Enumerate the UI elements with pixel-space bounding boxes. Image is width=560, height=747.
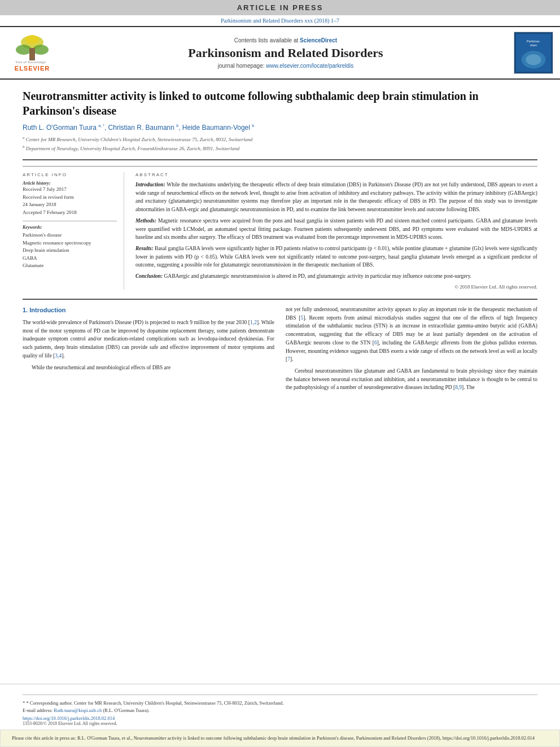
copyright-line: © 2018 Elsevier Ltd. All rights reserved… (135, 284, 537, 290)
journal-homepage: journal homepage: www.elsevier.com/locat… (64, 63, 507, 69)
revised-date: 24 January 2018 (23, 202, 56, 207)
corresponding-note: * * Corresponding author. Center for MR … (23, 700, 537, 707)
affiliation-b: Department of Neurology, University Hosp… (26, 146, 239, 151)
article-info-label: ARTICLE INFO (23, 172, 117, 177)
intro-label: Introduction: (135, 182, 165, 187)
affiliations: a Center for MR Research, University Chi… (23, 135, 537, 152)
intro-heading: 1. Introduction (23, 305, 274, 315)
sciencedirect-link[interactable]: ScienceDirect (300, 37, 337, 43)
email-note: E-mail address: Ruth.tuura@kispi.uzh.ch … (23, 707, 537, 714)
homepage-link[interactable]: www.elsevier.com/locate/parkreldis (266, 63, 353, 69)
conclusion-label: Conclusion: (135, 273, 163, 279)
abstract-column: ABSTRACT Introduction: While the mechani… (135, 172, 537, 290)
article-info-column: ARTICLE INFO Article history: Received 7… (23, 172, 124, 290)
banner-text: ARTICLE IN PRESS (237, 3, 323, 12)
abstract-methods: Methods: Magnetic resonance spectra were… (135, 217, 537, 242)
results-label: Results: (135, 246, 154, 251)
intro-para3: not yet fully understood, neurotransmitt… (286, 305, 537, 364)
elsevier-logo: Tree of Knowledge ELSEVIER (7, 34, 58, 72)
history-content: Received 7 July 2017 Received in revised… (23, 186, 117, 216)
affiliation-a: Center for MR Research, University Child… (26, 137, 253, 142)
header-center: Contents lists available at ScienceDirec… (64, 37, 507, 69)
body-col-right: not yet fully understood, neurotransmitt… (286, 305, 537, 395)
journal-title: Parkinsonism and Related Disorders (64, 46, 507, 60)
abstract-label: ABSTRACT (135, 172, 537, 177)
body-col-left: 1. Introduction The world-wide prevalenc… (23, 305, 274, 395)
journal-ref-text: Parkinsonism and Related Disorders xxx (… (221, 18, 339, 24)
homepage-prefix: journal homepage: (218, 63, 266, 69)
svg-point-4 (25, 35, 39, 44)
email-label: E-mail address: (23, 707, 53, 713)
elsevier-text: ELSEVIER (15, 65, 50, 72)
authors-line: Ruth L. O'Gorman Tuura a, *, Christian R… (23, 124, 537, 132)
journal-header: Tree of Knowledge ELSEVIER Contents list… (0, 26, 560, 80)
methods-text: Magnetic resonance spectra were acquired… (135, 218, 537, 240)
intro-para1: The world-wide prevalence of Parkinson's… (23, 318, 274, 360)
revised-label: Received in revised form (23, 194, 74, 200)
intro-text: While the mechanisms underlying the ther… (135, 182, 537, 212)
aip-banner: ARTICLE IN PRESS (0, 0, 560, 15)
email-suffix: (R.L. O'Gorman Tuura). (103, 707, 150, 713)
elsevier-tree-icon: Tree of Knowledge (12, 34, 52, 65)
header-divider (23, 159, 537, 160)
abstract-conclusion: Conclusion: GABAergic and glutamatergic … (135, 272, 537, 281)
footnotes-area: * * Corresponding author. Center for MR … (0, 684, 560, 730)
svg-text:nism: nism (530, 43, 537, 47)
svg-point-11 (526, 54, 541, 65)
corresponding-text: * Corresponding author. Center for MR Re… (26, 700, 283, 706)
citation-bar: Please cite this article in press as: R.… (0, 729, 560, 747)
sciencedirect-line: Contents lists available at ScienceDirec… (64, 37, 507, 43)
svg-point-1 (16, 45, 32, 55)
journal-thumb-image: Parkinso- nism (514, 32, 553, 74)
conclusion-text: GABAergic and glutamatergic neurotransmi… (163, 273, 471, 279)
article-title: Neurotransmitter activity is linked to o… (23, 89, 537, 118)
sciencedirect-prefix: Contents lists available at (234, 37, 300, 43)
svg-point-2 (33, 45, 49, 55)
journal-ref-line: Parkinsonism and Related Disorders xxx (… (0, 15, 560, 26)
footnote-divider (23, 694, 537, 695)
email-link[interactable]: Ruth.tuura@kispi.uzh.ch (54, 707, 102, 713)
journal-thumbnail: Parkinso- nism (514, 32, 553, 74)
journal-cover-icon: Parkinso- nism (514, 32, 553, 74)
main-content: Neurotransmitter activity is linked to o… (0, 80, 560, 684)
issn-line: 1353-8020/© 2018 Elsevier Ltd. All right… (23, 721, 537, 726)
article-info-abstract: ARTICLE INFO Article history: Received 7… (23, 166, 537, 290)
citation-text: Please cite this article in press as: R.… (12, 735, 535, 741)
body-divider (23, 299, 537, 300)
keywords-content: Parkinson's disease Magnetic resonance s… (23, 231, 117, 270)
methods-label: Methods: (135, 218, 156, 224)
accepted-date: Accepted 7 February 2018 (23, 209, 77, 215)
intro-para4: Cerebral neurotransmitters like glutamat… (286, 367, 537, 392)
results-text: Basal ganglia GABA levels were significa… (135, 246, 537, 268)
received-date: Received 7 July 2017 (23, 186, 67, 192)
svg-text:Tree of Knowledge: Tree of Knowledge (15, 60, 46, 64)
svg-text:Parkinso-: Parkinso- (527, 40, 541, 43)
doi-link[interactable]: https://doi.org/10.1016/j.parkreldis.201… (23, 715, 537, 721)
history-label: Article history: (23, 181, 117, 186)
keywords-label: Keywords: (23, 221, 117, 230)
abstract-results: Results: Basal ganglia GABA levels were … (135, 244, 537, 269)
article-history: Article history: Received 7 July 2017 Re… (23, 181, 117, 216)
intro-para2: While the neurochemical and neurobiologi… (23, 364, 274, 372)
svg-rect-3 (29, 48, 35, 60)
abstract-intro: Introduction: While the mechanisms under… (135, 181, 537, 214)
body-content: 1. Introduction The world-wide prevalenc… (23, 305, 537, 395)
